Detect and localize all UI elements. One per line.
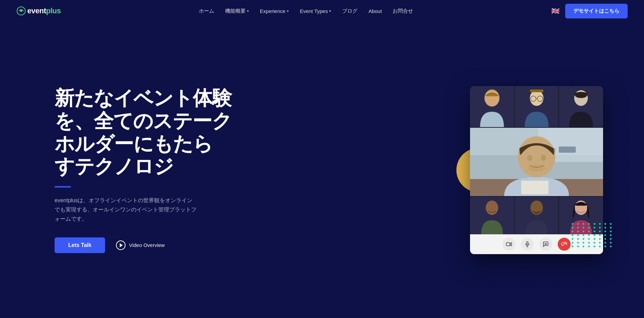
video-cell-5: [515, 197, 559, 234]
nav-link-home[interactable]: ホーム: [199, 8, 214, 14]
svg-rect-32: [527, 241, 528, 244]
chevron-down-icon: ▾: [329, 9, 331, 13]
demo-button[interactable]: デモサイトはこちら: [565, 4, 628, 18]
hero-section: 新たなイベント体験を、全てのステークホルダーにもたらすテクノロジ eventpl…: [0, 22, 644, 318]
svg-point-1: [20, 10, 22, 12]
lets-talk-button[interactable]: Lets Talk: [55, 237, 105, 253]
logo-text-plus: plus: [46, 6, 61, 15]
video-overview-button[interactable]: Video Overview: [116, 240, 165, 250]
logo-text-event: event: [27, 6, 46, 15]
svg-point-6: [530, 91, 543, 106]
video-cell-3: [559, 86, 603, 127]
teal-dot-grid-accent: [572, 223, 613, 247]
hero-content: 新たなイベント体験を、全てのステークホルダーにもたらすテクノロジ eventpl…: [55, 87, 232, 253]
chat-control-button[interactable]: [539, 238, 552, 251]
nav-item-event-types[interactable]: Event Types ▾: [300, 8, 331, 14]
nav-item-experience[interactable]: Experience ▾: [260, 8, 289, 14]
nav-links: ホーム 機能概要 ▾ Experience ▾ Event Types ▾ ブロ…: [199, 8, 413, 14]
svg-point-21: [527, 155, 532, 161]
nav-link-about[interactable]: About: [368, 8, 382, 14]
nav-item-features[interactable]: 機能概要 ▾: [225, 8, 249, 14]
svg-point-23: [528, 165, 545, 171]
nav-item-home[interactable]: ホーム: [199, 8, 214, 14]
microphone-control-button[interactable]: [521, 238, 534, 251]
nav-link-contact[interactable]: お問合せ: [393, 8, 413, 14]
video-cell-main: [470, 128, 603, 196]
video-cell-1: [470, 86, 514, 127]
svg-point-36: [545, 244, 546, 244]
play-triangle-icon: [120, 243, 123, 247]
language-flag-icon[interactable]: 🇬🇧: [551, 7, 560, 15]
svg-point-35: [545, 244, 545, 244]
logo-icon: [16, 6, 26, 16]
video-grid-top-row: [470, 86, 603, 127]
nav-link-event-types[interactable]: Event Types ▾: [300, 8, 331, 14]
chevron-down-icon: ▾: [287, 9, 289, 13]
logo[interactable]: eventplus: [16, 6, 61, 16]
nav-link-blog[interactable]: ブログ: [342, 8, 357, 14]
nav-item-contact[interactable]: お問合せ: [393, 8, 413, 14]
hero-title: 新たなイベント体験を、全てのステークホルダーにもたらすテクノロジ: [55, 87, 232, 178]
navbar: eventplus ホーム 機能概要 ▾ Experience ▾ Event …: [0, 0, 644, 22]
nav-item-about[interactable]: About: [368, 8, 382, 14]
svg-rect-31: [507, 243, 510, 246]
nav-link-experience[interactable]: Experience ▾: [260, 8, 289, 14]
svg-rect-24: [521, 181, 548, 194]
camera-control-button[interactable]: [502, 238, 515, 251]
svg-point-37: [546, 244, 547, 244]
end-call-button[interactable]: [558, 238, 571, 251]
nav-item-blog[interactable]: ブログ: [342, 8, 357, 14]
hero-visual: [470, 86, 603, 254]
play-icon: [116, 240, 126, 250]
chevron-down-icon: ▾: [247, 9, 249, 13]
video-cell-2: [515, 86, 559, 127]
hero-description: eventplusは、オフラインイベントの世界観をオンラインでも実現する、オール…: [55, 196, 198, 224]
nav-link-features[interactable]: 機能概要 ▾: [225, 8, 249, 14]
svg-rect-18: [559, 147, 576, 153]
svg-rect-7: [530, 89, 543, 92]
hero-buttons: Lets Talk Video Overview: [55, 237, 232, 253]
video-cell-4: [470, 197, 514, 234]
nav-right: 🇬🇧 デモサイトはこちら: [551, 4, 628, 18]
hero-divider: [55, 186, 71, 188]
svg-point-22: [541, 155, 546, 161]
